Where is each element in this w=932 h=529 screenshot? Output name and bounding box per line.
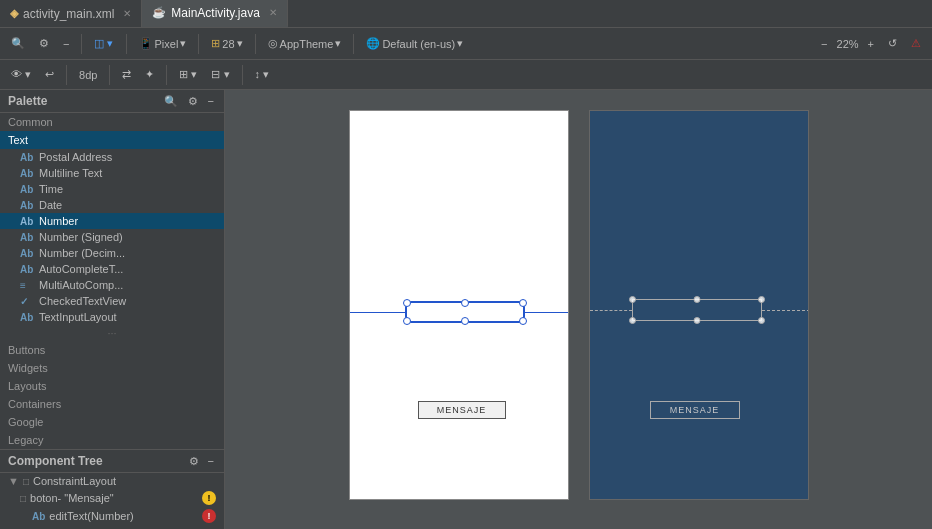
dark-handle-tc (693, 296, 700, 303)
component-tree: Component Tree ⚙ − ▼ □ ConstraintLayout … (0, 449, 224, 529)
constraint-layout-widget-icon: □ (23, 476, 29, 487)
palette-section-containers[interactable]: Containers (0, 395, 224, 413)
palette-item-autocomplete[interactable]: Ab AutoCompleteT... (0, 261, 224, 277)
api-label: 28 (222, 38, 234, 50)
tab-activity-xml[interactable]: ◈ activity_main.xml ✕ (0, 0, 142, 27)
tree-title: Component Tree (8, 454, 103, 468)
align-v-button[interactable]: ⊟ ▾ (206, 66, 234, 83)
tree-settings-button[interactable]: ⚙ (187, 455, 201, 468)
date-label: Date (39, 199, 62, 211)
palette-item-time[interactable]: Ab Time (0, 181, 224, 197)
dark-button-label: MENSAJE (670, 405, 720, 415)
margin-button[interactable]: 8dp (74, 67, 102, 83)
magic-button[interactable]: ✦ (140, 66, 159, 83)
dark-handle-bl (629, 317, 636, 324)
textinputlayout-icon: Ab (20, 312, 34, 323)
undo-button[interactable]: ↩ (40, 66, 59, 83)
light-phone-frame: MENSAJE (349, 110, 569, 500)
handle-tr (519, 299, 527, 307)
palette-item-multiline[interactable]: Ab Multiline Text (0, 165, 224, 181)
light-button-widget[interactable]: MENSAJE (418, 401, 506, 419)
settings-button[interactable]: ⚙ (34, 35, 54, 52)
palette-settings-button[interactable]: ⚙ (186, 95, 200, 108)
collapse-button[interactable]: − (58, 36, 74, 52)
postal-label: Postal Address (39, 151, 112, 163)
dark-edittext-widget[interactable] (632, 299, 762, 321)
canvas-area[interactable]: MENSAJE MENSAJE (225, 90, 932, 529)
api-select[interactable]: ⊞ 28 ▾ (206, 35, 247, 52)
search-button[interactable]: 🔍 (6, 35, 30, 52)
palette-item-textinputlayout[interactable]: Ab TextInputLayout (0, 309, 224, 325)
dark-handle-tr (758, 296, 765, 303)
tree-header-icons: ⚙ − (187, 455, 216, 468)
chevron-down-icon: ▾ (180, 37, 186, 50)
tree-item-boton[interactable]: □ boton- "Mensaje" ! (0, 489, 224, 507)
common-section-label: Common (8, 116, 53, 128)
layers-button[interactable]: ◫ ▾ (89, 35, 118, 52)
multiautocomplete-icon: ≡ (20, 280, 34, 291)
zoom-in-button[interactable]: + (863, 36, 879, 52)
theme-label: AppTheme (280, 38, 334, 50)
tree-collapse-button[interactable]: − (206, 455, 216, 468)
palette-section-common[interactable]: Common (0, 113, 224, 131)
palette-section-google[interactable]: Google (0, 413, 224, 431)
checkedtextview-icon: ✓ (20, 296, 34, 307)
palette-item-postal[interactable]: Ab Postal Address (0, 149, 224, 165)
transform-button[interactable]: ⇄ (117, 66, 136, 83)
constraint-line-left (350, 312, 405, 313)
palette-section-text[interactable]: Text (0, 131, 224, 149)
tree-item-constraint-layout[interactable]: ▼ □ ConstraintLayout (0, 473, 224, 489)
palette-item-multiautocomplete[interactable]: ≡ MultiAutoComp... (0, 277, 224, 293)
align-h-button[interactable]: ⊞ ▾ (174, 66, 202, 83)
main-toolbar: 🔍 ⚙ − ◫ ▾ 📱 Pixel ▾ ⊞ 28 ▾ ◎ AppTheme ▾ … (0, 28, 932, 60)
error-badge-button[interactable]: ⚠ (906, 35, 926, 52)
distribute-button[interactable]: ↕ ▾ (250, 66, 275, 83)
zoom-level: 22% (837, 38, 859, 50)
device-select[interactable]: 📱 Pixel ▾ (134, 35, 192, 52)
palette-section-widgets[interactable]: Widgets (0, 359, 224, 377)
palette-section-legacy[interactable]: Legacy (0, 431, 224, 449)
tab-label-xml: activity_main.xml (23, 7, 114, 21)
palette-item-number[interactable]: Ab Number (0, 213, 224, 229)
postal-icon: Ab (20, 152, 34, 163)
constraint-line-right (525, 312, 569, 313)
phone-icon: 📱 (139, 37, 153, 50)
api-icon: ⊞ (211, 37, 220, 50)
edittext-error-badge: ! (202, 509, 216, 523)
dark-constraint-line-right (762, 310, 809, 311)
sep1 (81, 34, 82, 54)
palette-item-number-decimal[interactable]: Ab Number (Decim... (0, 245, 224, 261)
tab-close-java[interactable]: ✕ (269, 7, 277, 18)
margin-label: 8dp (79, 69, 97, 81)
palette-section-buttons[interactable]: Buttons (0, 341, 224, 359)
autocomplete-label: AutoCompleteT... (39, 263, 123, 275)
palette-item-date[interactable]: Ab Date (0, 197, 224, 213)
tab-mainactivity-java[interactable]: ☕ MainActivity.java ✕ (142, 0, 287, 27)
palette-item-checkedtextview[interactable]: ✓ CheckedTextView (0, 293, 224, 309)
number-decimal-label: Number (Decim... (39, 247, 125, 259)
palette-collapse-button[interactable]: − (206, 95, 216, 108)
palette-search-button[interactable]: 🔍 (162, 95, 180, 108)
sep9 (242, 65, 243, 85)
eye-button[interactable]: 👁 ▾ (6, 66, 36, 83)
tab-label-java: MainActivity.java (171, 6, 259, 20)
number-icon: Ab (20, 216, 34, 227)
theme-select[interactable]: ◎ AppTheme ▾ (263, 35, 347, 52)
refresh-button[interactable]: ↺ (883, 35, 902, 52)
time-label: Time (39, 183, 63, 195)
light-edittext-widget[interactable] (405, 301, 525, 323)
locale-select[interactable]: 🌐 Default (en-us) ▾ (361, 35, 468, 52)
tree-item-edittext[interactable]: Ab editText(Number) ! (0, 507, 224, 525)
palette-section-layouts[interactable]: Layouts (0, 377, 224, 395)
boton-warning-badge: ! (202, 491, 216, 505)
handle-bl (403, 317, 411, 325)
zoom-out-button[interactable]: − (816, 36, 832, 52)
boton-icon: □ (20, 493, 26, 504)
dark-button-widget[interactable]: MENSAJE (650, 401, 740, 419)
palette-item-number-signed[interactable]: Ab Number (Signed) (0, 229, 224, 245)
device-label: Pixel (155, 38, 179, 50)
tab-close-xml[interactable]: ✕ (123, 8, 131, 19)
dark-constraint-line-left (590, 310, 632, 311)
java-icon: ☕ (152, 6, 166, 19)
main-layout: Palette 🔍 ⚙ − Common Text Ab Postal Addr… (0, 90, 932, 529)
